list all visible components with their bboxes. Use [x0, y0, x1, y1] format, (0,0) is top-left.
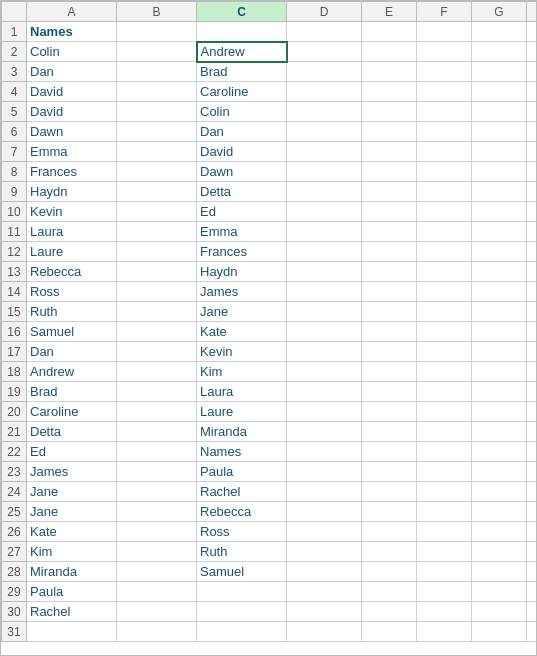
- cell-a-25[interactable]: Jane: [27, 502, 117, 522]
- cell-d-16[interactable]: [287, 322, 362, 342]
- cell-h-13[interactable]: [527, 262, 538, 282]
- cell-d-4[interactable]: [287, 82, 362, 102]
- col-header-h[interactable]: H: [527, 2, 538, 22]
- cell-f-25[interactable]: [417, 502, 472, 522]
- cell-e-24[interactable]: [362, 482, 417, 502]
- cell-g-11[interactable]: [472, 222, 527, 242]
- cell-h-4[interactable]: [527, 82, 538, 102]
- cell-g-17[interactable]: [472, 342, 527, 362]
- cell-h-7[interactable]: [527, 142, 538, 162]
- cell-f-31[interactable]: [417, 622, 472, 642]
- cell-c-22[interactable]: Names: [197, 442, 287, 462]
- cell-e-12[interactable]: [362, 242, 417, 262]
- cell-b-31[interactable]: [117, 622, 197, 642]
- cell-b-21[interactable]: [117, 422, 197, 442]
- cell-h-5[interactable]: [527, 102, 538, 122]
- cell-b-9[interactable]: [117, 182, 197, 202]
- cell-d-26[interactable]: [287, 522, 362, 542]
- cell-e-29[interactable]: [362, 582, 417, 602]
- cell-d-19[interactable]: [287, 382, 362, 402]
- cell-e-20[interactable]: [362, 402, 417, 422]
- cell-g-14[interactable]: [472, 282, 527, 302]
- cell-e-2[interactable]: [362, 42, 417, 62]
- cell-e-19[interactable]: [362, 382, 417, 402]
- cell-e-14[interactable]: [362, 282, 417, 302]
- cell-b-15[interactable]: [117, 302, 197, 322]
- cell-d-21[interactable]: [287, 422, 362, 442]
- cell-h-29[interactable]: [527, 582, 538, 602]
- cell-g-4[interactable]: [472, 82, 527, 102]
- cell-d-12[interactable]: [287, 242, 362, 262]
- cell-e-31[interactable]: [362, 622, 417, 642]
- cell-c-14[interactable]: James: [197, 282, 287, 302]
- cell-e-27[interactable]: [362, 542, 417, 562]
- cell-a-10[interactable]: Kevin: [27, 202, 117, 222]
- cell-f-24[interactable]: [417, 482, 472, 502]
- cell-g-23[interactable]: [472, 462, 527, 482]
- cell-f-23[interactable]: [417, 462, 472, 482]
- cell-e-5[interactable]: [362, 102, 417, 122]
- cell-f-6[interactable]: [417, 122, 472, 142]
- cell-c-16[interactable]: Kate: [197, 322, 287, 342]
- cell-g-10[interactable]: [472, 202, 527, 222]
- cell-h-3[interactable]: [527, 62, 538, 82]
- cell-h-2[interactable]: [527, 42, 538, 62]
- cell-c-10[interactable]: Ed: [197, 202, 287, 222]
- cell-e-13[interactable]: [362, 262, 417, 282]
- cell-c-2[interactable]: Andrew: [197, 42, 287, 62]
- cell-g-6[interactable]: [472, 122, 527, 142]
- cell-c-13[interactable]: Haydn: [197, 262, 287, 282]
- cell-h-30[interactable]: [527, 602, 538, 622]
- cell-d-5[interactable]: [287, 102, 362, 122]
- col-header-f[interactable]: F: [417, 2, 472, 22]
- cell-d-28[interactable]: [287, 562, 362, 582]
- cell-d-31[interactable]: [287, 622, 362, 642]
- cell-g-5[interactable]: [472, 102, 527, 122]
- cell-d-29[interactable]: [287, 582, 362, 602]
- cell-e-28[interactable]: [362, 562, 417, 582]
- cell-d-13[interactable]: [287, 262, 362, 282]
- cell-h-25[interactable]: [527, 502, 538, 522]
- cell-e-7[interactable]: [362, 142, 417, 162]
- cell-f-18[interactable]: [417, 362, 472, 382]
- cell-b-24[interactable]: [117, 482, 197, 502]
- cell-c-21[interactable]: Miranda: [197, 422, 287, 442]
- cell-e-15[interactable]: [362, 302, 417, 322]
- cell-c-23[interactable]: Paula: [197, 462, 287, 482]
- cell-h-8[interactable]: [527, 162, 538, 182]
- cell-c-18[interactable]: Kim: [197, 362, 287, 382]
- cell-d-2[interactable]: [287, 42, 362, 62]
- cell-d-20[interactable]: [287, 402, 362, 422]
- cell-a-3[interactable]: Dan: [27, 62, 117, 82]
- cell-b-25[interactable]: [117, 502, 197, 522]
- cell-c-31[interactable]: [197, 622, 287, 642]
- cell-a-14[interactable]: Ross: [27, 282, 117, 302]
- cell-c-25[interactable]: Rebecca: [197, 502, 287, 522]
- cell-f-5[interactable]: [417, 102, 472, 122]
- cell-g-15[interactable]: [472, 302, 527, 322]
- cell-a-29[interactable]: Paula: [27, 582, 117, 602]
- cell-a-26[interactable]: Kate: [27, 522, 117, 542]
- cell-f-4[interactable]: [417, 82, 472, 102]
- cell-f-15[interactable]: [417, 302, 472, 322]
- cell-d-10[interactable]: [287, 202, 362, 222]
- col-header-a[interactable]: A: [27, 2, 117, 22]
- cell-b-22[interactable]: [117, 442, 197, 462]
- cell-d-15[interactable]: [287, 302, 362, 322]
- cell-b-14[interactable]: [117, 282, 197, 302]
- cell-a-7[interactable]: Emma: [27, 142, 117, 162]
- cell-a-17[interactable]: Dan: [27, 342, 117, 362]
- cell-g-13[interactable]: [472, 262, 527, 282]
- cell-f-7[interactable]: [417, 142, 472, 162]
- cell-c-7[interactable]: David: [197, 142, 287, 162]
- cell-f-13[interactable]: [417, 262, 472, 282]
- cell-a-11[interactable]: Laura: [27, 222, 117, 242]
- cell-f-26[interactable]: [417, 522, 472, 542]
- cell-e-3[interactable]: [362, 62, 417, 82]
- cell-d-9[interactable]: [287, 182, 362, 202]
- cell-c-27[interactable]: Ruth: [197, 542, 287, 562]
- cell-b-29[interactable]: [117, 582, 197, 602]
- cell-h-26[interactable]: [527, 522, 538, 542]
- cell-c-17[interactable]: Kevin: [197, 342, 287, 362]
- cell-g-18[interactable]: [472, 362, 527, 382]
